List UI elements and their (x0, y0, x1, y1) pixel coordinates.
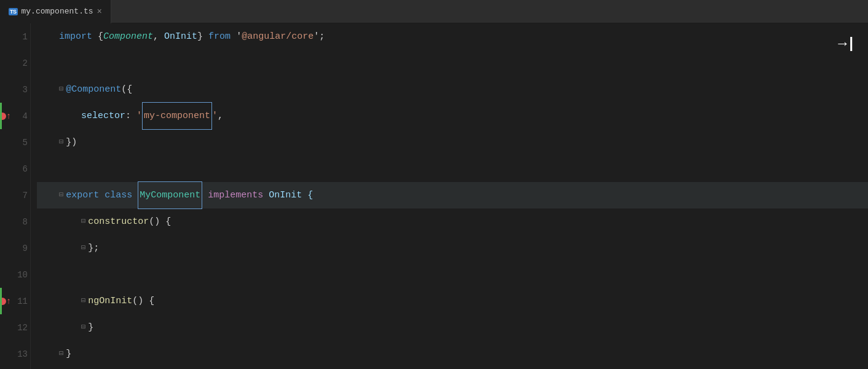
token: () { (132, 288, 154, 314)
code-line (37, 156, 868, 182)
token: export (66, 182, 99, 208)
line-number: 9 (10, 244, 28, 253)
code-line: ⊟constructor() { (37, 208, 868, 235)
token (202, 182, 208, 208)
token: @angular/core (242, 23, 314, 50)
fold-icon[interactable]: ⊟ (81, 208, 85, 235)
code-line: ⊟}) (37, 129, 868, 156)
token: Component (103, 23, 153, 50)
token: import (59, 23, 98, 50)
typescript-icon: TS (9, 8, 18, 15)
line-number: 6 (10, 164, 28, 174)
editor-area: →| 123↑45678910↑111213 import {Component… (0, 23, 868, 369)
token: : (125, 103, 136, 129)
indent-space (37, 341, 59, 367)
indent-space (37, 235, 81, 261)
tab-filename: my.component.ts (22, 7, 93, 16)
token: { (98, 23, 103, 50)
token: implements (208, 182, 263, 208)
token: ' (136, 103, 142, 129)
token: OnInit (164, 23, 197, 50)
line-number: 7 (10, 191, 28, 200)
token: ({ (121, 76, 132, 103)
gutter-row: ↑4 (0, 103, 30, 129)
indent-space (37, 23, 59, 50)
fold-icon[interactable]: ⊟ (81, 314, 85, 341)
code-line: selector: 'my-component', (37, 103, 868, 129)
token: ' (212, 103, 218, 129)
gutter-row: 12 (0, 314, 30, 341)
token: MyComponent (138, 181, 202, 209)
token: ngOnInit (88, 288, 132, 314)
fold-icon[interactable]: ⊟ (59, 76, 63, 103)
line-number: 1 (10, 32, 28, 42)
line-number: 8 (10, 217, 28, 227)
token: selector (81, 103, 125, 129)
token: () { (149, 208, 171, 235)
token: OnInit { (263, 182, 313, 208)
tab-my-component[interactable]: TS my.component.ts × (0, 0, 111, 23)
line-number: 12 (10, 323, 28, 333)
fold-icon[interactable]: ⊟ (81, 288, 85, 314)
code-line (37, 261, 868, 288)
token: } (66, 341, 71, 367)
gutter-row: 10 (0, 261, 30, 288)
token: }) (66, 129, 77, 156)
gutter-row: 6 (0, 156, 30, 182)
token: } (197, 23, 208, 50)
line-number: 13 (10, 349, 28, 359)
token: @Component (66, 76, 121, 103)
fold-icon[interactable]: ⊟ (59, 341, 63, 367)
code-content[interactable]: import {Component, OnInit} from '@angula… (31, 23, 868, 369)
indent-space (37, 129, 59, 156)
line-gutter: 123↑45678910↑111213 (0, 23, 31, 369)
gutter-row: 5 (0, 129, 30, 156)
code-line: ⊟@Component({ (37, 76, 868, 103)
token: class (99, 182, 138, 208)
fold-icon[interactable]: ⊟ (81, 235, 85, 261)
line-number: 11 (10, 296, 28, 306)
line-number: 2 (10, 58, 28, 68)
gutter-row: 1 (0, 23, 30, 50)
gutter-row: 2 (0, 50, 30, 76)
gutter-row: 9 (0, 235, 30, 261)
token: my-component (142, 102, 212, 130)
gutter-row: 8 (0, 208, 30, 235)
indent-space (37, 288, 81, 314)
token: ' (231, 23, 242, 50)
line-number: 4 (10, 111, 28, 121)
token: , (218, 103, 223, 129)
line-number: 3 (10, 85, 28, 95)
fold-icon[interactable]: ⊟ (59, 129, 63, 156)
code-line: ⊟ngOnInit() { (37, 288, 868, 314)
code-line (37, 50, 868, 76)
gutter-row: 7 (0, 182, 30, 208)
gutter-row: 3 (0, 76, 30, 103)
token: } (88, 314, 93, 341)
token: , (153, 23, 164, 50)
code-line: ⊟export class MyComponent implements OnI… (37, 182, 868, 208)
gutter-row: ↑11 (0, 288, 30, 314)
gutter-row: 13 (0, 341, 30, 367)
code-line: ⊟} (37, 314, 868, 341)
indent-space (37, 208, 81, 235)
code-line: ⊟} (37, 341, 868, 367)
tab-close-icon[interactable]: × (97, 7, 102, 16)
token: constructor (88, 208, 149, 235)
indent-space (37, 314, 81, 341)
token: }; (88, 235, 99, 261)
token: from (208, 23, 231, 50)
indent-space (37, 103, 81, 129)
indent-space (37, 182, 59, 208)
code-line: ⊟}; (37, 235, 868, 261)
line-number: 10 (10, 270, 28, 280)
fold-icon[interactable]: ⊟ (59, 182, 63, 208)
indent-space (37, 76, 59, 103)
line-number: 5 (10, 138, 28, 148)
code-line: import {Component, OnInit} from '@angula… (37, 23, 868, 50)
token: '; (314, 23, 325, 50)
tab-bar: TS my.component.ts × (0, 0, 868, 23)
